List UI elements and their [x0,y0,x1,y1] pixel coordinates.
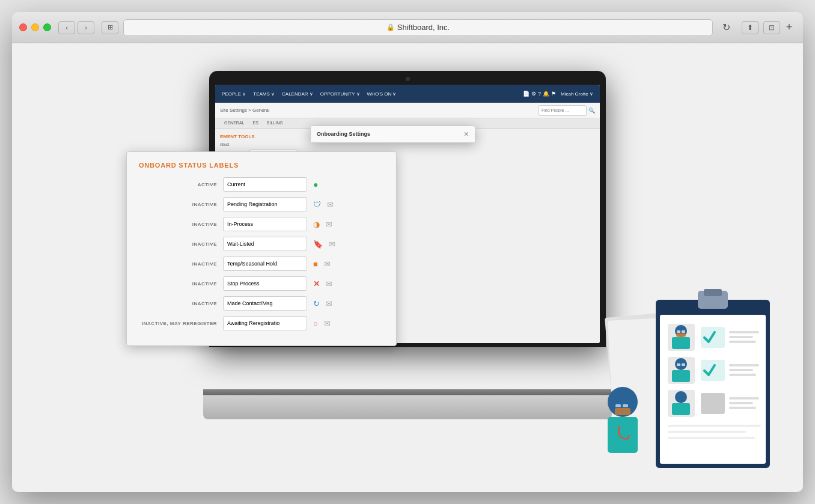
search-input[interactable] [539,105,587,116]
svg-rect-19 [677,363,680,366]
status-mail-awaiting-rereg: ✉ [324,319,331,328]
status-icon-pending-reg: 🛡 [313,200,321,209]
back-button[interactable]: ‹ [58,21,75,34]
nav-icon-notify[interactable]: 🔔 [543,91,549,97]
svg-rect-27 [672,403,690,415]
clipboard-illustration [587,282,797,492]
status-input-in-process[interactable] [223,217,307,231]
bg-label-contact: ntact [220,142,595,147]
nav-icon-doc[interactable]: 📄 [523,91,530,97]
svg-rect-37 [615,408,630,415]
svg-point-26 [675,391,687,403]
svg-rect-39 [623,404,628,407]
nav-icon-flag[interactable]: ⚑ [551,91,556,97]
nav-item-opportunity[interactable]: OPPORTUNITY ∨ [317,90,363,98]
tab-general[interactable]: GENERAL [220,118,248,129]
status-type-inactive-1: INACTIVE [139,202,217,207]
svg-rect-34 [668,437,755,439]
status-labels-card: ONBOARD STATUS LABELS ACTIVE ● INACTIVE … [126,151,397,346]
browser-actions: ⬆ ⊡ [742,21,780,34]
browser-window: ‹ › ⊞ 🔒 Shiftboard, Inc. ↻ ⬆ ⊡ + [12,12,803,492]
laptop-hinge [203,389,612,395]
svg-rect-8 [672,337,690,349]
status-icon-temp-hold: ■ [313,260,318,269]
laptop-base [203,389,612,419]
svg-rect-9 [677,330,680,333]
nav-item-calendar[interactable]: CALENDAR ∨ [279,90,316,98]
status-row-in-process: INACTIVE ◑ ✉ [139,217,384,231]
reload-button[interactable]: ↻ [718,19,734,36]
traffic-lights [19,23,51,31]
status-input-awaiting-rereg[interactable] [223,316,307,330]
status-mail-made-contact: ✉ [326,299,332,308]
status-row-awaiting-rereg: INACTIVE, MAY REREGISTER ○ ✉ [139,316,384,330]
tab-overview-button[interactable]: ⊡ [763,21,780,34]
svg-rect-11 [676,333,686,337]
status-input-made-contact[interactable] [223,296,307,311]
url-text: Shiftboard, Inc. [397,23,450,32]
laptop-camera [406,77,410,81]
nav-user[interactable]: Micah Grotte ∨ [558,90,596,98]
modal-title: Onboarding Settings [317,131,370,137]
search-area: 🔍 [539,105,595,116]
browser-content: PEOPLE ∨ TEAMS ∨ CALENDAR ∨ OPPORTUNITY … [12,43,803,492]
svg-rect-13 [729,331,759,333]
status-icon-awaiting-rereg: ○ [313,319,318,328]
status-row-pending-reg: INACTIVE 🛡 ✉ [139,197,384,211]
forward-button[interactable]: › [78,21,94,34]
tab-billing[interactable]: BILLING [263,118,287,129]
status-type-active: ACTIVE [139,182,217,187]
breadcrumb-text: Site Settings > General [220,108,270,113]
search-icon[interactable]: 🔍 [588,108,595,114]
status-input-stop-process[interactable] [223,276,307,291]
svg-rect-24 [729,374,756,376]
svg-rect-23 [729,369,753,371]
maximize-window-button[interactable] [43,23,51,31]
close-window-button[interactable] [19,23,27,31]
sidebar-toggle-button[interactable]: ⊞ [102,21,118,34]
minimize-window-button[interactable] [31,23,39,31]
app-navbar: PEOPLE ∨ TEAMS ∨ CALENDAR ∨ OPPORTUNITY … [215,85,600,103]
status-icon-in-process: ◑ [313,220,320,229]
svg-rect-4 [704,289,722,296]
svg-rect-38 [615,404,621,407]
nav-item-teams[interactable]: TEAMS ∨ [250,90,278,98]
nav-buttons: ‹ › [58,21,94,34]
svg-rect-14 [729,336,753,338]
laptop-foot [203,395,612,419]
status-mail-stop-process: ✉ [326,279,332,288]
tab-es[interactable]: ES [248,118,262,129]
nav-item-whos-on[interactable]: WHO'S ON ∨ [364,90,400,98]
svg-rect-30 [729,402,753,404]
status-mail-pending-reg: ✉ [327,200,334,209]
status-input-temp-hold[interactable] [223,257,307,271]
svg-rect-32 [668,425,761,427]
status-input-wait-listed[interactable] [223,237,307,251]
status-mail-temp-hold: ✉ [324,260,331,269]
status-type-inactive-5: INACTIVE [139,281,217,287]
status-input-active[interactable] [223,177,307,192]
status-row-stop-process: INACTIVE ✕ ✉ [139,276,384,291]
svg-rect-10 [682,330,685,333]
svg-rect-22 [729,364,759,366]
modal-header: Onboarding Settings × [311,126,475,142]
status-row-temp-hold: INACTIVE ■ ✉ [139,257,384,271]
svg-rect-18 [672,370,690,382]
status-mail-in-process: ✉ [326,220,332,229]
svg-rect-28 [701,393,725,414]
svg-rect-31 [729,407,756,409]
add-tab-button[interactable]: + [783,21,796,34]
modal-close-button[interactable]: × [464,130,469,138]
nav-icon-help[interactable]: ? [538,91,541,97]
page-background: ‹ › ⊞ 🔒 Shiftboard, Inc. ↻ ⬆ ⊡ + [0,0,815,504]
status-type-inactive-7: INACTIVE, MAY REREGISTER [139,321,217,326]
url-bar[interactable]: 🔒 Shiftboard, Inc. [123,19,713,36]
onboarding-settings-modal: Onboarding Settings × [310,126,475,143]
status-icon-stop-process: ✕ [313,279,320,288]
share-button[interactable]: ⬆ [742,21,759,34]
lock-icon: 🔒 [386,23,395,31]
nav-icon-gear[interactable]: ⚙ [531,91,536,97]
status-input-pending-reg[interactable] [223,197,307,211]
nav-item-people[interactable]: PEOPLE ∨ [219,90,249,98]
svg-rect-29 [729,397,759,399]
